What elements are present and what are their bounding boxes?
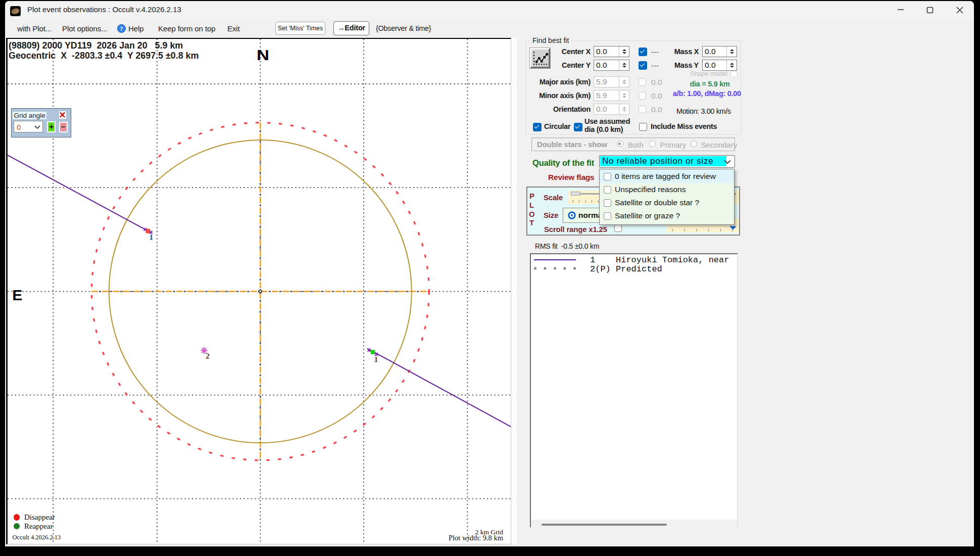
svg-text:?: ?	[120, 25, 123, 32]
